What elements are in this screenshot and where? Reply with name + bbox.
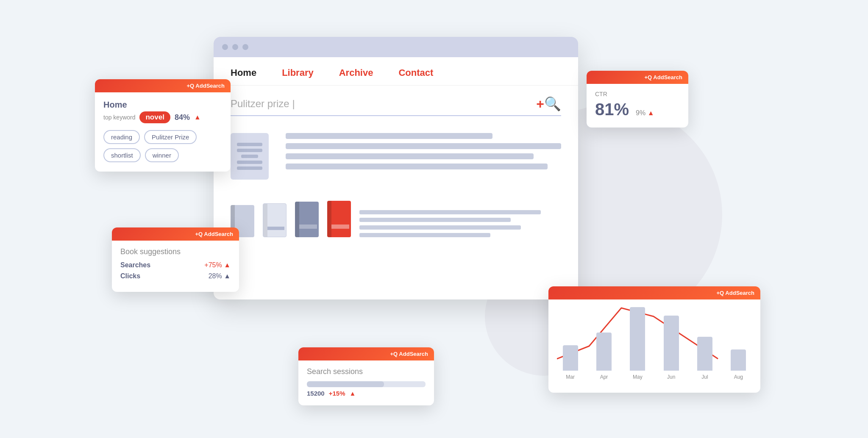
browser-dot-2 <box>232 44 238 50</box>
sugg-trend-clicks: ▲ <box>224 272 231 280</box>
widget-suggestions-body: Book suggestions Searches +75% ▲ Clicks … <box>112 241 239 292</box>
bar-aug <box>731 349 746 371</box>
sess-delta: +15% <box>329 390 345 397</box>
sugg-key-searches: Searches <box>120 261 150 269</box>
widget-chart: +Q AddSearch Mar Apr May <box>548 286 760 393</box>
nav-contact[interactable]: Contact <box>398 67 433 78</box>
widget-sessions-body: Search sessions 15200 +15% ▲ <box>298 360 434 405</box>
kw-tags: reading Pulitzer Prize shortlist winner <box>103 130 222 162</box>
doc-icon <box>231 133 269 180</box>
book-strip-4 <box>331 225 349 229</box>
book-spine-2 <box>263 204 267 237</box>
kw-tag-shortlist[interactable]: shortlist <box>103 148 141 162</box>
widget-keywords: +Q AddSearch Home top keyword novel 84% … <box>95 79 231 172</box>
widget-ctr-body: CTR 81% 9% ▲ <box>587 84 688 128</box>
sugg-trend-searches: ▲ <box>224 261 231 269</box>
chart-bars: Mar Apr May Jun Jul <box>557 312 752 380</box>
content-bar-2 <box>286 143 561 149</box>
doc-line-2 <box>237 149 262 152</box>
label-jul: Jul <box>701 374 708 380</box>
book-spine-3 <box>295 202 299 237</box>
ctr-delta: 9% ▲ <box>636 109 654 117</box>
chart-bar-may: May <box>624 307 651 380</box>
book-desc-lines <box>359 197 561 237</box>
ctr-label: CTR <box>595 91 680 97</box>
desc-line-1 <box>359 210 541 214</box>
kw-label: top keyword <box>103 114 135 121</box>
nav-archive[interactable]: Archive <box>339 67 373 78</box>
widget-suggestions-header: +Q AddSearch <box>112 227 239 241</box>
nav-home[interactable]: Home <box>231 67 256 78</box>
kw-trend-icon: ▲ <box>194 114 201 121</box>
desc-line-3 <box>359 225 521 230</box>
desc-line-4 <box>359 233 490 237</box>
bar-may <box>630 307 645 371</box>
kw-row: top keyword novel 84% ▲ <box>103 111 222 123</box>
ctr-row: 81% 9% ▲ <box>595 100 680 119</box>
kw-tag-pulitzer[interactable]: Pulitzer Prize <box>144 130 197 144</box>
label-may: May <box>633 374 643 380</box>
chart-bar-apr: Apr <box>590 333 617 380</box>
content-right <box>286 133 561 180</box>
widget-sessions-header: +Q AddSearch <box>298 347 434 360</box>
kw-pct: 84% <box>175 113 190 122</box>
sugg-val-searches: +75% ▲ <box>204 261 231 269</box>
content-bar-4 <box>286 164 548 169</box>
browser-window: Home Library Archive Contact Pulitzer pr… <box>214 37 578 299</box>
bar-apr <box>596 333 612 371</box>
sess-stats: 15200 +15% ▲ <box>307 390 426 397</box>
widget-suggestions: +Q AddSearch Book suggestions Searches +… <box>112 227 239 292</box>
chart-bar-mar: Mar <box>557 345 584 380</box>
book-spine-4 <box>327 201 331 237</box>
book-3 <box>295 202 319 237</box>
kw-section-label: Home <box>103 100 222 110</box>
label-apr: Apr <box>600 374 608 380</box>
browser-dot-1 <box>222 44 228 50</box>
book-2 <box>263 203 287 237</box>
sess-title: Search sessions <box>307 367 426 376</box>
nav-library[interactable]: Library <box>282 67 314 78</box>
kw-tag-winner[interactable]: winner <box>145 148 179 162</box>
doc-line-4 <box>237 161 262 164</box>
book-4 <box>327 201 351 237</box>
doc-line-3 <box>241 155 258 158</box>
doc-line-1 <box>237 143 262 146</box>
chart-bar-jun: Jun <box>658 316 684 380</box>
ctr-value: 81% <box>595 100 629 119</box>
book-row <box>231 201 351 237</box>
search-icon[interactable]: +🔍 <box>536 96 561 112</box>
ctr-trend-icon: ▲ <box>648 109 654 116</box>
chart-area: Mar Apr May Jun Jul <box>548 299 760 393</box>
sess-bar-bg <box>307 381 426 387</box>
search-input-text[interactable]: Pulitzer prize | <box>231 98 536 110</box>
chart-bar-aug: Aug <box>725 349 752 380</box>
kw-tag-reading[interactable]: reading <box>103 130 140 144</box>
browser-titlebar <box>214 37 578 57</box>
book-strip-2 <box>267 227 284 230</box>
widget-keywords-body: Home top keyword novel 84% ▲ reading Pul… <box>95 92 231 172</box>
widget-chart-header: +Q AddSearch <box>548 286 760 299</box>
sugg-row-searches: Searches +75% ▲ <box>120 261 231 269</box>
widget-ctr: +Q AddSearch CTR 81% 9% ▲ <box>587 71 688 128</box>
label-jun: Jun <box>667 374 675 380</box>
content-doc-icon <box>231 133 273 180</box>
desc-line-2 <box>359 218 511 222</box>
widget-sessions: +Q AddSearch Search sessions 15200 +15% … <box>298 347 434 405</box>
widget-ctr-header: +Q AddSearch <box>587 71 688 84</box>
label-aug: Aug <box>734 374 743 380</box>
sugg-key-clicks: Clicks <box>120 272 140 280</box>
scene: Home Library Archive Contact Pulitzer pr… <box>95 28 773 410</box>
browser-search-bar[interactable]: Pulitzer prize | +🔍 <box>231 96 561 116</box>
sess-value: 15200 <box>307 390 325 397</box>
browser-content <box>214 125 578 188</box>
sess-bar-fill <box>307 381 384 387</box>
sugg-val-clicks: 28% ▲ <box>209 272 231 280</box>
bar-jul <box>697 337 712 371</box>
sess-trend-icon: ▲ <box>350 390 356 397</box>
browser-nav: Home Library Archive Contact <box>214 57 578 86</box>
chart-bar-jul: Jul <box>691 337 718 380</box>
browser-dot-3 <box>242 44 248 50</box>
doc-line-5 <box>237 166 262 170</box>
label-mar: Mar <box>566 374 575 380</box>
content-bar-3 <box>286 153 534 159</box>
